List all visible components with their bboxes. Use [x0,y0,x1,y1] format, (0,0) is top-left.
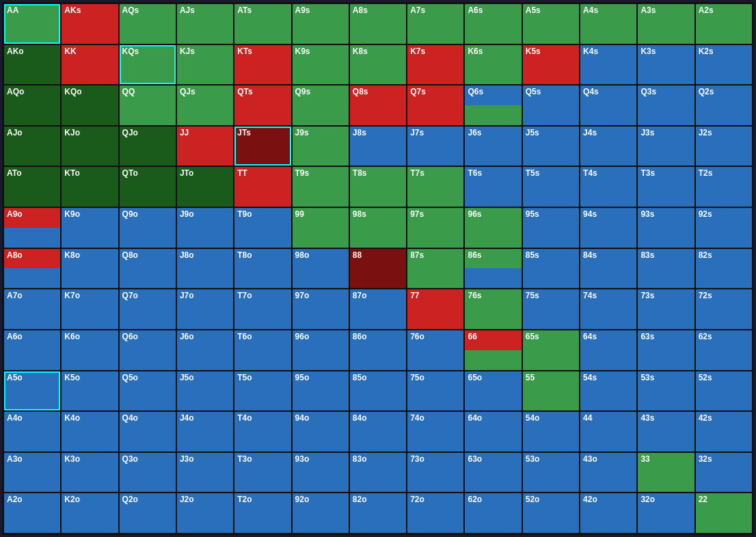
cell-98o[interactable]: 98o [293,249,349,289]
cell-82s[interactable]: 82s [696,249,752,289]
cell-a5o[interactable]: A5o [4,371,60,411]
cell-q7o[interactable]: Q7o [120,289,176,329]
cell-jj[interactable]: JJ [177,127,233,166]
cell-j8s[interactable]: J8s [350,127,406,166]
cell-aks[interactable]: AKs [62,4,118,44]
cell-j7o[interactable]: J7o [177,289,233,329]
cell-a8s[interactable]: A8s [350,4,406,44]
cell-72o[interactable]: 72o [407,493,463,533]
cell-t4o[interactable]: T4o [234,412,291,451]
cell-53o[interactable]: 53o [523,453,579,493]
cell-42o[interactable]: 42o [580,493,636,533]
cell-q6s[interactable]: Q6s [465,86,521,125]
cell-q9o[interactable]: Q9o [120,208,176,248]
cell-a6o[interactable]: A6o [4,330,60,370]
cell-k3s[interactable]: K3s [638,45,694,85]
cell-52o[interactable]: 52o [523,493,579,533]
cell-k2s[interactable]: K2s [696,45,752,85]
cell-k8s[interactable]: K8s [350,45,406,85]
cell-q7s[interactable]: Q7s [407,86,463,125]
cell-t5s[interactable]: T5s [523,167,579,207]
cell-32s[interactable]: 32s [696,453,752,493]
cell-kk[interactable]: KK [62,45,118,85]
cell-84o[interactable]: 84o [350,412,406,451]
cell-82o[interactable]: 82o [350,493,406,533]
cell-q8s[interactable]: Q8s [350,86,406,125]
cell-76s[interactable]: 76s [465,289,521,329]
cell-a2s[interactable]: A2s [696,4,752,44]
cell-42s[interactable]: 42s [696,412,752,451]
cell-t4s[interactable]: T4s [580,167,636,207]
cell-t3s[interactable]: T3s [638,167,694,207]
cell-t7s[interactable]: T7s [407,167,463,207]
cell-qto[interactable]: QTo [120,167,176,207]
cell-a4o[interactable]: A4o [4,412,60,451]
cell-65s[interactable]: 65s [523,330,579,370]
cell-88[interactable]: 88 [350,249,406,289]
cell-k5s[interactable]: K5s [523,45,579,85]
cell-93s[interactable]: 93s [638,208,694,248]
cell-t8s[interactable]: T8s [350,167,406,207]
cell-53s[interactable]: 53s [638,371,694,411]
cell-a8o[interactable]: A8o [4,249,60,289]
cell-85s[interactable]: 85s [523,249,579,289]
cell-75s[interactable]: 75s [523,289,579,329]
cell-kjs[interactable]: KJs [177,45,233,85]
cell-22[interactable]: 22 [696,493,752,533]
cell-a4s[interactable]: A4s [580,4,636,44]
cell-66[interactable]: 66 [465,330,521,370]
cell-64o[interactable]: 64o [465,412,521,451]
cell-73s[interactable]: 73s [638,289,694,329]
cell-98s[interactable]: 98s [350,208,406,248]
cell-76o[interactable]: 76o [407,330,463,370]
cell-k3o[interactable]: K3o [62,453,118,493]
cell-t6o[interactable]: T6o [234,330,291,370]
cell-64s[interactable]: 64s [580,330,636,370]
cell-73o[interactable]: 73o [407,453,463,493]
cell-qjo[interactable]: QJo [120,127,176,166]
cell-kqo[interactable]: KQo [62,86,118,125]
cell-44[interactable]: 44 [580,412,636,451]
cell-j2o[interactable]: J2o [177,493,233,533]
cell-t2o[interactable]: T2o [234,493,291,533]
cell-62o[interactable]: 62o [465,493,521,533]
cell-95s[interactable]: 95s [523,208,579,248]
cell-q9s[interactable]: Q9s [293,86,349,125]
cell-q8o[interactable]: Q8o [120,249,176,289]
cell-a7s[interactable]: A7s [407,4,463,44]
cell-j8o[interactable]: J8o [177,249,233,289]
cell-q5o[interactable]: Q5o [120,371,176,411]
cell-a2o[interactable]: A2o [4,493,60,533]
cell-72s[interactable]: 72s [696,289,752,329]
cell-k7o[interactable]: K7o [62,289,118,329]
cell-65o[interactable]: 65o [465,371,521,411]
cell-43s[interactable]: 43s [638,412,694,451]
cell-k9s[interactable]: K9s [293,45,349,85]
cell-kts[interactable]: KTs [234,45,291,85]
cell-aqo[interactable]: AQo [4,86,60,125]
cell-t8o[interactable]: T8o [234,249,291,289]
cell-q4s[interactable]: Q4s [580,86,636,125]
cell-84s[interactable]: 84s [580,249,636,289]
cell-k5o[interactable]: K5o [62,371,118,411]
cell-q3s[interactable]: Q3s [638,86,694,125]
cell-a3o[interactable]: A3o [4,453,60,493]
cell-75o[interactable]: 75o [407,371,463,411]
cell-ato[interactable]: ATo [4,167,60,207]
cell-q6o[interactable]: Q6o [120,330,176,370]
cell-97o[interactable]: 97o [293,289,349,329]
cell-kto[interactable]: KTo [62,167,118,207]
cell-j7s[interactable]: J7s [407,127,463,166]
cell-t3o[interactable]: T3o [234,453,291,493]
cell-j6s[interactable]: J6s [465,127,521,166]
cell-92s[interactable]: 92s [696,208,752,248]
cell-j4o[interactable]: J4o [177,412,233,451]
cell-qq[interactable]: QQ [120,86,176,125]
cell-k8o[interactable]: K8o [62,249,118,289]
cell-55[interactable]: 55 [523,371,579,411]
cell-77[interactable]: 77 [407,289,463,329]
cell-t6s[interactable]: T6s [465,167,521,207]
cell-qjs[interactable]: QJs [177,86,233,125]
cell-t2s[interactable]: T2s [696,167,752,207]
cell-95o[interactable]: 95o [293,371,349,411]
